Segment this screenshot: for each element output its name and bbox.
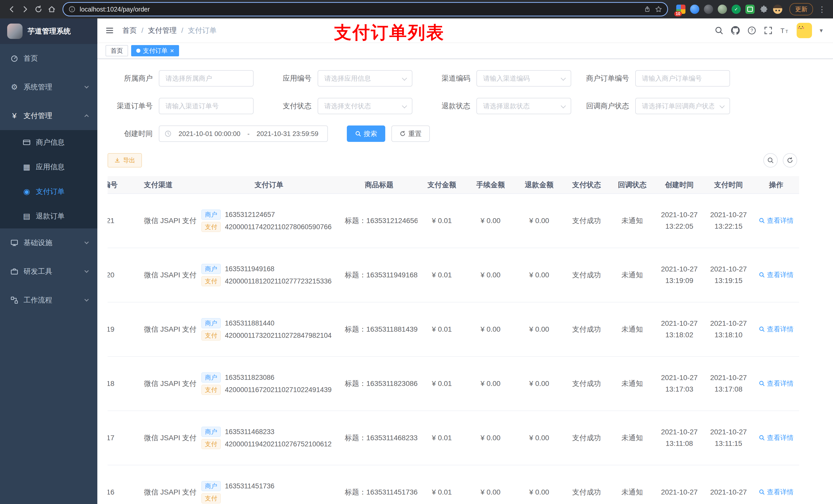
sidebar-item-infrastructure[interactable]: 基础设施 [0, 229, 97, 257]
breadcrumb-home[interactable]: 首页 [122, 26, 137, 35]
export-button[interactable]: 导出 [108, 153, 142, 167]
mch-order-input[interactable] [635, 70, 730, 87]
view-detail-link[interactable]: 查看详情 [759, 270, 793, 280]
view-detail-link[interactable]: 查看详情 [759, 325, 793, 334]
hamburger-icon[interactable] [105, 26, 114, 34]
tab-close-icon[interactable]: × [170, 47, 174, 54]
sidebar-item-system[interactable]: ⚙ 系统管理 [0, 73, 97, 101]
merchant-order-no: 1635311881440 [225, 319, 274, 327]
help-icon[interactable]: ? [747, 26, 756, 35]
extension-pixel-icon[interactable]: 10 [676, 5, 686, 14]
cell-action: 查看详情 [753, 411, 799, 465]
site-info-icon[interactable] [68, 6, 76, 13]
active-tab-dot [136, 49, 140, 53]
filter-label: 商户订单编号 [584, 73, 635, 83]
sidebar-item-pay-order[interactable]: ◉ 支付订单 [0, 179, 97, 204]
browser-profile-avatar[interactable] [773, 5, 782, 14]
channel-code-select[interactable] [476, 70, 571, 87]
pay-status-select[interactable] [318, 98, 412, 114]
browser-home-icon[interactable] [45, 3, 58, 16]
browser-menu-dots-icon[interactable]: ⋮ [816, 5, 828, 14]
view-detail-link[interactable]: 查看详情 [759, 488, 793, 497]
refresh-table-button[interactable] [783, 153, 797, 167]
toolbox-icon [10, 268, 19, 275]
filter-label: 渠道编码 [425, 73, 476, 83]
app-logo[interactable]: 芋道管理系统 [0, 19, 97, 44]
sidebar-menu: 首页 ⚙ 系统管理 ¥ 支付管理 商户信息 ▦ 应用信息 [0, 44, 97, 314]
notify-status-select[interactable] [635, 98, 730, 114]
breadcrumb-separator: / [141, 26, 143, 34]
sidebar-item-dev-tools[interactable]: 研发工具 [0, 257, 97, 286]
font-size-icon[interactable]: TT [780, 26, 789, 35]
toggle-search-button[interactable] [763, 153, 778, 167]
pay-tag: 支付 [201, 493, 221, 503]
sidebar-item-refund-order[interactable]: ▤ 退款订单 [0, 204, 97, 229]
extension-blue-icon[interactable] [690, 5, 699, 14]
date-range-picker[interactable]: 2021-10-01 00:00:00 - 2021-10-31 23:59:5… [159, 125, 328, 142]
browser-reload-icon[interactable] [32, 3, 45, 16]
refund-status-select[interactable] [476, 98, 571, 114]
cell-pay-status: 支付成功 [564, 357, 610, 411]
sidebar-item-app-info[interactable]: ▦ 应用信息 [0, 155, 97, 179]
cell-create-time: 2021-10-2713:11:08 [655, 411, 704, 465]
sidebar-item-workflow[interactable]: 工作流程 [0, 286, 97, 314]
channel-order-no: 4200001174202110278060590766 [225, 223, 331, 231]
channel-order-input[interactable] [159, 98, 254, 114]
refresh-icon [787, 157, 793, 164]
app-select[interactable] [318, 70, 412, 87]
browser-forward-icon[interactable] [19, 3, 32, 16]
cell-channel: 微信 JSAPI 支付 [140, 357, 197, 411]
channel-order-no: 4200001173202110272847982104 [225, 332, 331, 340]
header-search-icon[interactable] [715, 26, 723, 35]
breadcrumb-pay-management[interactable]: 支付管理 [148, 26, 177, 35]
extensions-puzzle-icon[interactable] [759, 5, 768, 14]
extension-dark-icon[interactable] [704, 5, 713, 14]
search-icon [759, 272, 765, 278]
cell-notify-status: 未通知 [610, 411, 655, 465]
reset-button[interactable]: 重置 [391, 125, 430, 142]
app-title: 芋道管理系统 [28, 26, 71, 36]
merchant-tag: 商户 [201, 318, 221, 328]
extension-chat-icon[interactable] [745, 5, 755, 14]
bookmark-star-icon[interactable] [655, 6, 662, 13]
cell-fee: ¥ 0.00 [466, 411, 515, 465]
extension-check-icon[interactable]: ✓ [732, 5, 741, 14]
fullscreen-icon[interactable] [764, 26, 772, 35]
tab-pay-order[interactable]: 支付订单 × [131, 45, 179, 56]
cell-refund: ¥ 0.00 [515, 411, 564, 465]
cell-create-time: 2021-10-27 [655, 465, 704, 504]
sidebar-item-merchant-info[interactable]: 商户信息 [0, 130, 97, 155]
sidebar-item-home[interactable]: 首页 [0, 44, 97, 73]
merchant-order-no: 1635311823086 [225, 374, 274, 382]
view-detail-link[interactable]: 查看详情 [759, 379, 793, 388]
svg-text:T: T [781, 27, 785, 34]
cell-pay-status: 支付成功 [564, 465, 610, 504]
avatar-caret-icon[interactable]: ▾ [820, 27, 823, 34]
extension-green-gray-icon[interactable] [718, 5, 727, 14]
search-button[interactable]: 搜索 [347, 125, 385, 142]
share-icon[interactable] [644, 6, 651, 13]
extensions-area: 10 ✓ [672, 5, 786, 14]
address-bar[interactable]: localhost:1024/pay/order [63, 2, 668, 16]
user-avatar[interactable] [796, 23, 812, 38]
merchant-tag: 商户 [201, 481, 221, 491]
view-detail-link[interactable]: 查看详情 [759, 216, 793, 225]
filter-row-2: 渠道订单号 支付状态 退款状态 回调商户状态 [108, 98, 823, 114]
sidebar-item-label: 首页 [24, 53, 38, 63]
payment-submenu: 商户信息 ▦ 应用信息 ◉ 支付订单 ▤ 退款订单 [0, 130, 97, 229]
date-end-value[interactable]: 2021-10-31 23:59:59 [253, 130, 322, 138]
tags-view-bar: 首页 支付订单 × [97, 43, 833, 59]
browser-back-icon[interactable] [5, 3, 19, 16]
view-detail-link[interactable]: 查看详情 [759, 433, 793, 442]
owner-input[interactable] [159, 70, 254, 87]
tab-home[interactable]: 首页 [105, 45, 128, 56]
merchant-tag: 商户 [201, 373, 221, 383]
cell-pay-time: 2021-10-2713:11:15 [704, 411, 753, 465]
column-header: 支付状态 [564, 176, 610, 194]
sidebar-item-payment[interactable]: ¥ 支付管理 [0, 101, 97, 130]
cell-title: 标题：1635311451736 [341, 465, 418, 504]
github-icon[interactable] [731, 26, 740, 35]
cell-create-time: 2021-10-2713:19:09 [655, 248, 704, 302]
date-start-value[interactable]: 2021-10-01 00:00:00 [175, 130, 244, 138]
browser-update-button[interactable]: 更新 [789, 3, 813, 15]
